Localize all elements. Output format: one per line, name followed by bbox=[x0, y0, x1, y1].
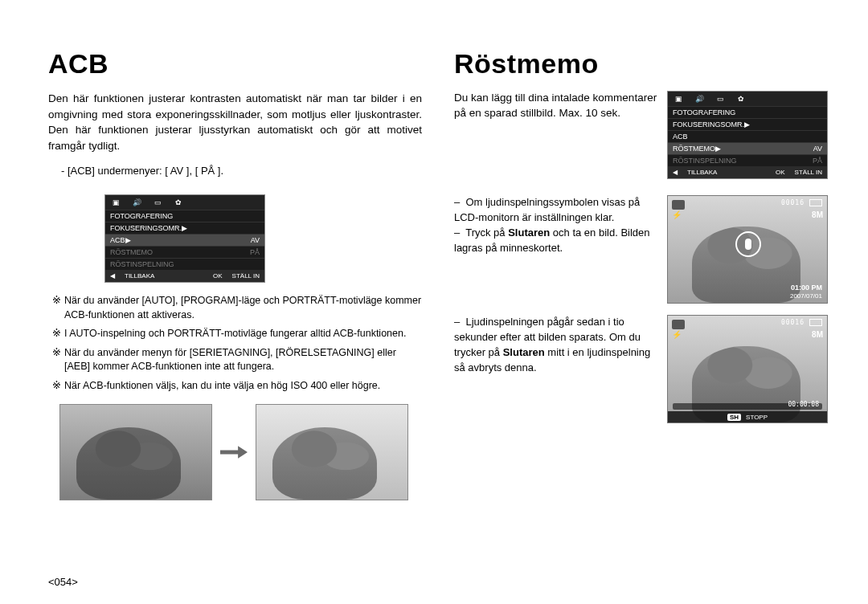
note-mark-icon: ※ bbox=[48, 346, 64, 374]
acb-notes-list: ※När du använder [AUTO], [PROGRAM]-läge … bbox=[48, 294, 422, 393]
stop-label: STOPP bbox=[746, 414, 768, 421]
lcd-row: FOKUSERINGSOMR.▶ bbox=[105, 222, 264, 234]
acb-lcd: ▣ 🔊 ▭ ✿ FOTOGRAFERINGFOKUSERINGSOMR.▶ACB… bbox=[104, 194, 422, 283]
note-mark-icon: ※ bbox=[48, 294, 64, 322]
lcd-row: ACB bbox=[668, 130, 827, 142]
lcd-footer-ok: OK bbox=[776, 169, 785, 176]
note-row: ※När du använder [AUTO], [PROGRAM]-läge … bbox=[48, 294, 422, 322]
left-column: ACB Den här funktionen justerar kontrast… bbox=[48, 48, 438, 588]
acb-heading: ACB bbox=[48, 48, 422, 80]
gear-icon: ✿ bbox=[734, 93, 748, 104]
frame-counter: 00016 bbox=[781, 199, 805, 206]
acb-comparison bbox=[59, 404, 422, 500]
back-arrow-icon: ◀ bbox=[673, 169, 678, 176]
lcd-row: FOKUSERINGSOMR.▶ bbox=[668, 118, 827, 130]
preview-still: 00016 8M ⚡ 01:00 PM 2007/07/01 bbox=[667, 195, 828, 304]
lcd-footer-back: TILLBAKA bbox=[687, 169, 717, 176]
microphone-icon bbox=[735, 231, 761, 257]
note-row: ※I AUTO-inspelning och PORTRÄTT-motivläg… bbox=[48, 327, 422, 341]
display-icon: ▭ bbox=[713, 93, 727, 104]
camera-overlay-icon bbox=[672, 320, 685, 329]
lcd-row: FOTOGRAFERING bbox=[105, 210, 264, 222]
display-icon: ▭ bbox=[150, 197, 165, 208]
camera-overlay-icon bbox=[672, 200, 685, 210]
rostmemo-heading: Röstmemo bbox=[454, 48, 828, 80]
note-mark-icon: ※ bbox=[48, 379, 64, 394]
lcd-footer-set: STÄLL IN bbox=[232, 272, 260, 280]
resolution-badge: 8M bbox=[812, 210, 823, 219]
lcd-footer-ok: OK bbox=[213, 272, 223, 280]
lcd-footer-set: STÄLL IN bbox=[795, 169, 822, 176]
note-mark-icon: ※ bbox=[48, 327, 64, 341]
note-text: När ACB-funktionen väljs, kan du inte vä… bbox=[64, 379, 380, 394]
rostmemo-intro: Du kan lägg till dina intalade kommentar… bbox=[454, 91, 657, 179]
note-text: I AUTO-inspelning och PORTRÄTT-motivläge… bbox=[64, 327, 406, 341]
lcd-row: FOTOGRAFERING bbox=[668, 106, 827, 118]
lcd-row: ACB▶AV bbox=[105, 234, 264, 246]
lcd-footer-back: TILLBAKA bbox=[125, 272, 154, 280]
battery-icon bbox=[809, 199, 822, 206]
sh-label: SH bbox=[727, 414, 741, 421]
lcd-row: RÖSTINSPELNINGPÅ bbox=[668, 154, 827, 166]
right-column: Röstmemo Du kan lägg till dina intalade … bbox=[438, 48, 836, 588]
acb-submenu-label: - [ACB] undermenyer: [ AV ], [ PÅ ]. bbox=[61, 165, 223, 177]
step-1: – Om ljudinspelningssymbolen visas på LC… bbox=[454, 195, 657, 304]
back-arrow-icon: ◀ bbox=[110, 272, 115, 280]
preview-recording: 00016 8M ⚡ 00:00:08 SH STOPP bbox=[667, 315, 828, 423]
step-3: – Ljudinspelningen pågår sedan i tio sek… bbox=[454, 315, 657, 423]
lcd-row: RÖSTINSPELNING bbox=[105, 258, 264, 270]
before-thumb bbox=[59, 404, 212, 500]
note-row: ※När du använder menyn för [SERIETAGNING… bbox=[48, 346, 422, 374]
preview-time: 01:00 PM bbox=[791, 284, 822, 292]
lcd-row: RÖSTMEMOPÅ bbox=[105, 246, 264, 258]
frame-counter: 00016 bbox=[781, 319, 805, 326]
resolution-badge: 8M bbox=[812, 330, 823, 339]
gear-icon: ✿ bbox=[171, 197, 186, 208]
lcd-row: RÖSTMEMO▶AV bbox=[668, 142, 827, 154]
note-text: När du använder [AUTO], [PROGRAM]-läge o… bbox=[64, 294, 422, 322]
camera-icon: ▣ bbox=[108, 197, 123, 208]
arrow-right-icon bbox=[220, 445, 248, 459]
flash-icon: ⚡ bbox=[672, 210, 682, 219]
stop-bar: SH STOPP bbox=[668, 411, 827, 422]
acb-intro: Den här funktionen justerar kontrasten a… bbox=[48, 91, 422, 153]
flash-icon: ⚡ bbox=[672, 330, 682, 339]
sound-icon: 🔊 bbox=[129, 197, 144, 208]
page-number: <054> bbox=[48, 576, 78, 588]
note-row: ※När ACB-funktionen väljs, kan du inte v… bbox=[48, 379, 422, 394]
recording-time: 00:00:08 bbox=[788, 401, 819, 408]
note-text: När du använder menyn för [SERIETAGNING]… bbox=[64, 346, 422, 374]
camera-icon: ▣ bbox=[671, 93, 686, 104]
preview-date: 2007/07/01 bbox=[790, 292, 822, 300]
rostmemo-lcd: ▣ 🔊 ▭ ✿ FOTOGRAFERINGFOKUSERINGSOMR.▶ACB… bbox=[667, 91, 828, 179]
battery-icon bbox=[809, 319, 822, 326]
after-thumb bbox=[256, 404, 408, 500]
sound-icon: 🔊 bbox=[692, 93, 706, 104]
